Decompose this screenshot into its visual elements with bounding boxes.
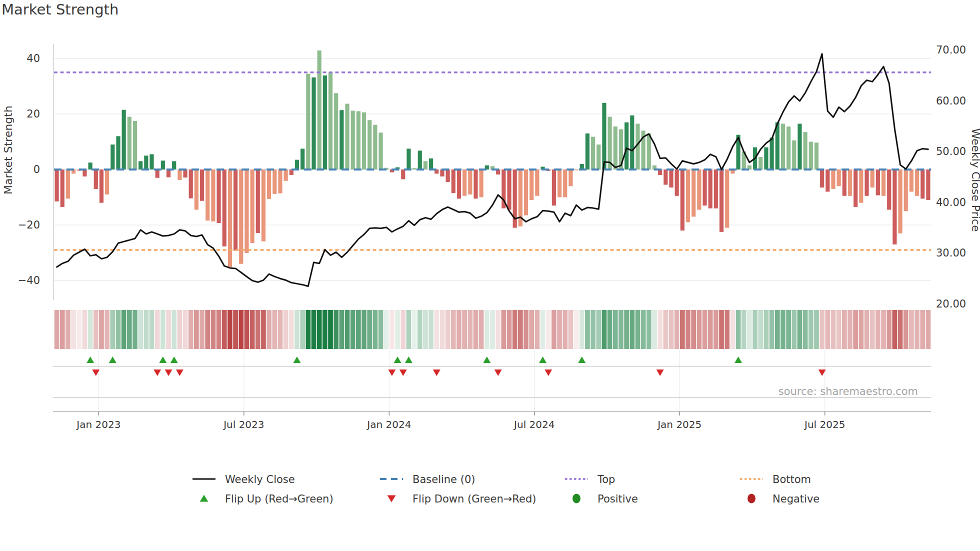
strength-bar: [105, 170, 109, 194]
y-axis-right-tick-label: 70.00: [936, 44, 966, 56]
strip-cell: [284, 310, 288, 349]
strip-cell: [775, 310, 780, 349]
strip-cell: [808, 310, 814, 349]
y-axis-left-tick-label: 20: [26, 108, 40, 120]
strip-cell: [747, 310, 752, 349]
strength-bar: [781, 124, 785, 170]
strength-bar: [798, 124, 802, 170]
legend-item-baseline: Baseline (0): [380, 474, 475, 486]
strength-bar: [892, 170, 896, 244]
strength-bar: [222, 170, 226, 246]
strength-bar: [770, 138, 774, 170]
source-note: source: sharemaestro.com: [778, 386, 918, 398]
strip-cell: [306, 310, 310, 349]
flip-up-icon: [293, 356, 300, 363]
strip-cell: [691, 310, 696, 349]
strength-bar: [82, 170, 86, 176]
strip-cell: [150, 310, 154, 349]
strip-cell: [334, 310, 338, 349]
strip-cell: [557, 310, 562, 349]
strip-cell: [630, 310, 634, 349]
strip-cell: [859, 310, 864, 349]
legend-item-label: Bottom: [772, 474, 811, 486]
strip-cell: [752, 310, 758, 349]
strip-cell: [920, 310, 925, 349]
strip-cell: [238, 310, 244, 349]
strength-bar: [552, 170, 556, 206]
strength-bar: [300, 148, 304, 170]
triangle-up-icon: [200, 495, 208, 502]
strip-cell: [602, 310, 607, 349]
legend-item-label: Positive: [598, 493, 638, 505]
strip-cell: [786, 310, 791, 349]
y-axis-left-tick-label: 0: [34, 164, 40, 176]
strength-bar: [200, 170, 204, 201]
strip-cell: [652, 310, 657, 349]
strength-bar: [272, 170, 276, 194]
strength-bar: [267, 170, 271, 199]
strength-bar: [356, 111, 360, 170]
strip-cell: [853, 310, 858, 349]
strength-bar: [854, 170, 858, 207]
strength-bar: [122, 110, 126, 170]
strength-bar: [831, 170, 835, 189]
strength-bar: [675, 170, 679, 196]
strip-cell: [127, 310, 132, 349]
strip-cell: [842, 310, 847, 349]
strength-bar: [138, 161, 142, 170]
strip-cell: [512, 310, 518, 349]
flip-up-icon: [394, 356, 402, 363]
strength-bar: [826, 170, 830, 192]
y-axis-right-tick-label: 30.00: [936, 247, 966, 259]
strip-cell: [71, 310, 76, 349]
strength-bar: [166, 170, 170, 178]
strength-bar: [345, 104, 349, 170]
left-axis-title: Market Strength: [2, 106, 14, 194]
strip-cell: [697, 310, 702, 349]
flip-down-icon: [544, 370, 552, 376]
strip-cell: [211, 310, 216, 349]
strength-bar: [864, 170, 868, 196]
strip-cell: [205, 310, 210, 349]
strength-bar: [446, 170, 450, 182]
strength-bar: [424, 161, 428, 170]
strength-bar: [156, 170, 160, 178]
strip-cell: [378, 310, 384, 349]
strip-cell: [680, 310, 685, 349]
strip-cell: [848, 310, 852, 349]
strength-bars: [54, 50, 930, 267]
strip-cell: [194, 310, 199, 349]
strength-bar: [792, 140, 796, 170]
strength-bar: [624, 122, 628, 170]
strip-cell: [116, 310, 121, 349]
right-axis-title: Weekly Close Price: [970, 128, 980, 232]
strip-cell: [886, 310, 892, 349]
legend: Weekly CloseBaseline (0)TopBottomFlip Up…: [192, 474, 820, 505]
strip-cell: [881, 310, 886, 349]
strength-bar: [558, 170, 562, 198]
flip-up-icon: [405, 356, 412, 363]
flip-up-icon: [86, 356, 94, 363]
strip-cell: [608, 310, 612, 349]
strength-bar: [842, 170, 846, 196]
strength-bar: [440, 170, 444, 176]
strip-cell: [88, 310, 93, 349]
strip-cell: [317, 310, 322, 349]
strength-bar: [563, 170, 567, 198]
strength-bar: [837, 170, 841, 186]
strength-bar: [216, 170, 220, 223]
strip-cell: [658, 310, 662, 349]
strip-cell: [222, 310, 227, 349]
strength-bar: [697, 170, 701, 210]
strip-cell: [574, 310, 579, 349]
flip-down-icon: [400, 370, 407, 376]
strength-bar: [462, 170, 466, 196]
strip-cell: [451, 310, 456, 349]
strip-cell: [104, 310, 110, 349]
strip-cell: [742, 310, 746, 349]
strip-cell: [552, 310, 556, 349]
strip-cell: [362, 310, 366, 349]
strip-cell: [641, 310, 646, 349]
strength-bar: [602, 103, 606, 170]
strip-cell: [122, 310, 126, 349]
